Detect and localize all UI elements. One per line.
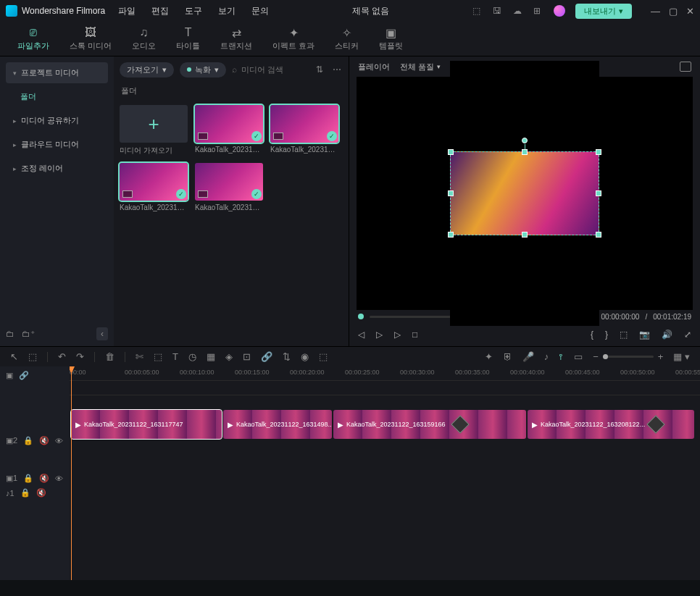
menu-help[interactable]: 문의: [251, 5, 269, 17]
crop-tool[interactable]: ⬚: [154, 351, 162, 362]
lock-icon[interactable]: 🔒: [23, 474, 33, 483]
sidebar-folder[interactable]: 폴더: [6, 86, 108, 107]
eye-icon[interactable]: 👁: [55, 474, 63, 483]
adjust-tool[interactable]: ⇅: [283, 351, 291, 362]
top-tab-7[interactable]: ▣템플릿: [379, 26, 403, 51]
zoom-in-button[interactable]: +: [658, 351, 664, 362]
undo-button[interactable]: ↶: [58, 351, 66, 362]
cut-tool[interactable]: ✄: [136, 351, 143, 362]
device-icon[interactable]: ⬚: [472, 6, 483, 16]
media-item[interactable]: ✓KakaoTalk_20231122...: [195, 163, 263, 211]
sidebar-cloud-media[interactable]: ▸클라우드 미디어: [6, 134, 108, 155]
sidebar-share-media[interactable]: ▸미디어 공유하기: [6, 110, 108, 131]
eye-icon[interactable]: 👁: [55, 437, 63, 445]
timeline-manage-icon[interactable]: ▣: [6, 371, 13, 380]
resize-handle[interactable]: [522, 149, 528, 155]
scrub-playhead[interactable]: [358, 314, 364, 319]
grid-icon[interactable]: ⊞: [533, 6, 543, 16]
snapshot-toggle-icon[interactable]: [680, 62, 691, 72]
player-tab[interactable]: 플레이어: [358, 62, 390, 72]
video-track[interactable]: ▶KakaoTalk_20231122_163117747▶KakaoTalk_…: [70, 410, 700, 453]
record-dropdown[interactable]: 녹화 ▾: [180, 62, 226, 77]
prev-frame-button[interactable]: ◁: [358, 330, 364, 340]
resize-handle[interactable]: [596, 149, 601, 155]
new-bin-icon[interactable]: 🗀⁺: [22, 329, 35, 339]
timeline-link-icon[interactable]: 🔗: [19, 371, 29, 380]
rotate-handle[interactable]: [522, 138, 528, 143]
resize-handle[interactable]: [448, 190, 454, 196]
media-search-input[interactable]: [241, 65, 308, 74]
import-dropdown[interactable]: 가져오기 ▾: [120, 62, 174, 77]
resize-handle[interactable]: [448, 149, 454, 155]
playhead[interactable]: [71, 366, 72, 580]
resize-handle[interactable]: [596, 190, 601, 196]
volume-icon[interactable]: 🔊: [662, 330, 672, 340]
delete-button[interactable]: 🗑: [105, 351, 114, 362]
lock-icon[interactable]: 🔒: [23, 436, 33, 445]
marker-out-icon[interactable]: ✦: [485, 351, 493, 362]
top-tab-5[interactable]: ✦이펙트 효과: [272, 26, 314, 51]
menu-edit[interactable]: 편집: [151, 5, 169, 17]
mute-icon[interactable]: 🔇: [36, 488, 46, 498]
timeline-clip[interactable]: ▶KakaoTalk_20231122_163208122...: [528, 410, 694, 439]
redo-button[interactable]: ↷: [76, 351, 84, 362]
top-tab-6[interactable]: ✧스티커: [335, 26, 359, 51]
preview-canvas[interactable]: [357, 77, 693, 310]
new-folder-icon[interactable]: 🗀: [6, 329, 14, 339]
media-item[interactable]: ✓KakaoTalk_20231122...: [120, 163, 188, 211]
next-clip-button[interactable]: ▷: [394, 330, 401, 340]
top-tab-4[interactable]: ⇄트랜지션: [220, 26, 252, 51]
link-tool[interactable]: 🔗: [261, 351, 272, 362]
timeline-ruler[interactable]: 00:0000:00:05:0000:00:10:0000:00:15:0000…: [70, 366, 700, 381]
record-tool[interactable]: ⬚: [319, 351, 328, 362]
media-item[interactable]: ✓KakaoTalk_20231122...: [270, 105, 338, 156]
cloud-icon[interactable]: ☁: [513, 6, 523, 16]
mute-icon[interactable]: 🔇: [39, 436, 49, 445]
media-item[interactable]: +미디어 가져오기: [120, 105, 188, 156]
zoom-slider[interactable]: [603, 356, 654, 358]
filter-icon[interactable]: ⇅: [314, 64, 325, 75]
top-tab-2[interactable]: ♫오디오: [132, 26, 156, 51]
view-mode-icon[interactable]: ▦ ▾: [673, 351, 690, 362]
export-button[interactable]: 내보내기 ▾: [575, 4, 632, 19]
mark-in-button[interactable]: {: [591, 330, 593, 340]
top-tab-3[interactable]: T타이틀: [176, 26, 200, 51]
resize-handle[interactable]: [522, 232, 528, 238]
stop-button[interactable]: □: [412, 330, 417, 340]
music-icon[interactable]: ♪: [544, 351, 549, 362]
user-avatar[interactable]: [554, 5, 565, 17]
mute-icon[interactable]: 🔇: [39, 474, 49, 483]
top-tab-0[interactable]: ⎚파일추가: [17, 26, 49, 51]
detach-tool[interactable]: ⊡: [243, 351, 251, 362]
more-icon[interactable]: ⋯: [331, 64, 343, 75]
timeline-clip[interactable]: ▶KakaoTalk_20231122_163159166: [333, 410, 526, 439]
lock-icon[interactable]: 🔒: [20, 488, 30, 498]
play-button[interactable]: ▷: [376, 330, 383, 340]
resize-handle[interactable]: [596, 232, 601, 238]
text-tool[interactable]: T: [172, 351, 178, 362]
quality-dropdown[interactable]: 전체 품질 ▾: [400, 62, 441, 72]
menu-tools[interactable]: 도구: [185, 5, 202, 17]
mixer-icon[interactable]: ⫯: [559, 351, 564, 362]
media-item[interactable]: ✓KakaoTalk_20231122...: [195, 105, 263, 156]
video-frame[interactable]: [450, 151, 599, 235]
marker-shield-icon[interactable]: ⛨: [503, 351, 512, 362]
fullscreen-icon[interactable]: ⤢: [684, 330, 691, 340]
mic-icon[interactable]: 🎤: [522, 351, 534, 362]
sidebar-project-media[interactable]: ▾프로젝트 미디어: [6, 62, 108, 83]
render-preview-icon[interactable]: ▭: [574, 351, 583, 362]
render-tool[interactable]: ◉: [301, 351, 309, 362]
display-icon[interactable]: ⬚: [620, 330, 628, 340]
save-icon[interactable]: 🖫: [493, 6, 503, 16]
collapse-sidebar[interactable]: ‹: [96, 327, 108, 340]
camera-icon[interactable]: 📷: [639, 330, 650, 340]
resize-handle[interactable]: [448, 232, 454, 238]
keyframe-tool[interactable]: ◈: [225, 351, 233, 362]
select-tool[interactable]: ⬚: [28, 351, 37, 362]
timeline-clip[interactable]: ▶KakaoTalk_20231122_1631498...: [223, 410, 332, 439]
close-button[interactable]: ✕: [686, 6, 694, 17]
mark-out-button[interactable]: }: [605, 330, 608, 340]
cursor-tool[interactable]: ↖: [10, 351, 18, 362]
speed-tool[interactable]: ◷: [188, 351, 196, 362]
color-tool[interactable]: ▦: [207, 351, 215, 362]
